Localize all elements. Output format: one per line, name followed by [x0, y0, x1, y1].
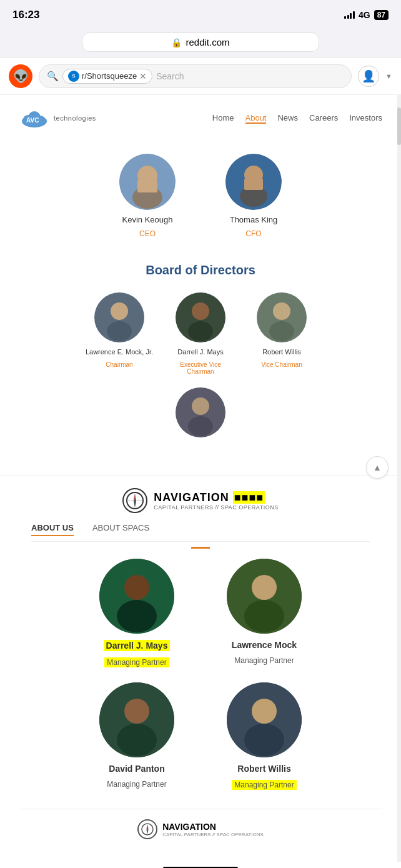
svg-marker-44 — [147, 824, 149, 829]
board-section: Board of Directors Lawrence E. Mock, Jr.… — [19, 257, 382, 456]
nav-darrell-role: Managing Partner — [104, 657, 169, 667]
avc-logo-svg: AVC — [19, 107, 50, 129]
search-box[interactable]: 🔍 S r/Shortsqueeze ✕ Search — [39, 64, 352, 88]
svg-point-33 — [117, 600, 157, 632]
board-darrell: Darrell J. Mays Executive Vice Chairman — [166, 292, 235, 375]
svg-rect-8 — [137, 180, 157, 192]
nav-robert-photo — [227, 682, 302, 757]
board-darrell-name: Darrell J. Mays — [177, 347, 223, 356]
reddit-logo[interactable]: 👽 — [9, 64, 32, 88]
board-member-4 — [166, 387, 235, 437]
user-icon[interactable]: 👤 — [358, 66, 379, 87]
nav-news[interactable]: News — [277, 113, 298, 124]
nav-darrell-photo — [99, 559, 174, 634]
nav-robert-role: Managing Partner — [232, 780, 296, 790]
subreddit-chip: S r/Shortsqueeze ✕ — [62, 69, 152, 84]
svg-text:AVC: AVC — [26, 117, 39, 124]
executive-thomas: Thomas King CFO — [225, 154, 282, 238]
board-lawrence-role: Chairman — [106, 361, 132, 368]
nav-home[interactable]: Home — [212, 113, 234, 124]
navigation-team-grid: Darrell J. Mays Managing Partner Lawrenc… — [19, 559, 382, 809]
bottom-logo: NAVIGATION CAPITAL PARTNERS // SPAC OPER… — [19, 809, 382, 849]
nav-investors[interactable]: Investors — [349, 113, 382, 124]
thomas-photo — [225, 154, 282, 210]
nav-david-avatar — [99, 682, 174, 757]
avc-nav: AVC technologies Home About News Careers… — [19, 107, 382, 129]
avc-nav-links: Home About News Careers Investors — [212, 113, 382, 124]
nav-lawrence-photo — [227, 559, 302, 634]
bottom-logo-sub: CAPITAL PARTNERS // SPAC OPERATIONS — [162, 832, 264, 837]
board-lawrence: Lawrence E. Mock, Jr. Chairman — [85, 292, 154, 375]
tab-divider — [191, 547, 210, 549]
compass-svg — [126, 491, 144, 510]
tabs-row: ABOUT US ABOUT SPACS — [31, 523, 370, 542]
svg-point-21 — [269, 321, 294, 341]
search-placeholder-text: Search — [156, 71, 184, 81]
tab-about-spacs[interactable]: ABOUT SPACS — [92, 523, 149, 536]
user-avatar-icon: 👤 — [362, 69, 375, 83]
nav-david: David Panton Managing Partner — [81, 682, 193, 790]
board-grid: Lawrence E. Mock, Jr. Chairman Darrell J… — [31, 292, 370, 375]
svg-point-42 — [244, 724, 284, 756]
bottom-logo-text-block: NAVIGATION CAPITAL PARTNERS // SPAC OPER… — [162, 822, 264, 837]
nav-capital-sub-label: CAPITAL PARTNERS // SPAC OPERATIONS — [154, 504, 278, 511]
nav-darrell-avatar — [99, 559, 174, 634]
battery-indicator: 87 — [374, 10, 389, 20]
thomas-avatar — [225, 154, 282, 210]
nav-careers[interactable]: Careers — [309, 113, 338, 124]
nav-darrell: Darrell J. Mays Managing Partner — [81, 559, 193, 667]
scrollbar-thumb[interactable] — [397, 107, 401, 145]
svg-rect-12 — [244, 179, 263, 190]
url-bar[interactable]: 🔒 reddit.com — [82, 32, 319, 52]
svg-point-46 — [147, 829, 149, 831]
compass-icon — [122, 488, 147, 513]
executive-team: Kevin Keough CEO Thomas King CFO — [19, 147, 382, 257]
chip-close-icon[interactable]: ✕ — [139, 71, 147, 81]
status-time: 16:23 — [12, 9, 39, 21]
nav-david-photo — [99, 682, 174, 757]
svg-point-20 — [273, 302, 290, 320]
executive-kevin: Kevin Keough CEO — [119, 154, 176, 238]
main-content: AVC technologies Home About News Careers… — [0, 95, 401, 862]
svg-marker-45 — [147, 830, 149, 834]
svg-point-38 — [124, 699, 149, 724]
svg-point-18 — [188, 321, 213, 341]
avc-section: AVC technologies Home About News Careers… — [0, 95, 401, 475]
lock-icon: 🔒 — [171, 37, 182, 47]
tab-about-us[interactable]: ABOUT US — [31, 523, 74, 536]
board-row-2 — [31, 387, 370, 437]
nav-about[interactable]: About — [245, 113, 267, 124]
svg-point-35 — [252, 575, 277, 600]
board-robert-role: Vice Chairman — [261, 361, 302, 368]
subreddit-icon: S — [68, 71, 79, 82]
svg-point-39 — [117, 724, 157, 756]
board-robert: Robert Willis Vice Chairman — [247, 292, 316, 375]
nav-robert-avatar — [227, 682, 302, 757]
nav-capital-logo: NAVIGATION ■■■■ CAPITAL PARTNERS // SPAC… — [19, 488, 382, 513]
board-lawrence-name: Lawrence E. Mock, Jr. — [86, 347, 153, 356]
chevron-down-icon: ▼ — [385, 72, 392, 80]
svg-point-17 — [192, 302, 209, 320]
board-robert-name: Robert Willis — [262, 347, 301, 356]
kevin-title: CEO — [139, 229, 156, 238]
nav-david-role: Managing Partner — [107, 780, 166, 789]
nav-capital-main-label: NAVIGATION ■■■■ — [154, 491, 278, 504]
scrollbar-track — [397, 95, 401, 862]
nav-robert: Robert Willis Managing Partner — [208, 682, 320, 790]
nav-capital-tabs: ABOUT US ABOUT SPACS — [19, 523, 382, 549]
avc-logo-text: technologies — [54, 114, 96, 122]
nav-lawrence-role: Managing Partner — [234, 656, 294, 665]
subreddit-label: r/Shortsqueeze — [82, 71, 137, 81]
nav-darrell-name: Darrell J. Mays — [104, 640, 171, 651]
nav-lawrence: Lawrence Mock Managing Partner — [208, 559, 320, 667]
signal-bars-icon — [344, 11, 355, 19]
darrell-avatar — [176, 292, 225, 342]
nav-capital-text: NAVIGATION ■■■■ CAPITAL PARTNERS // SPAC… — [154, 491, 278, 511]
network-label: 4G — [359, 10, 370, 20]
status-bar: 16:23 4G 87 — [0, 0, 401, 27]
lawrence-avatar — [94, 292, 144, 342]
board-title: Board of Directors — [31, 263, 370, 277]
avc-logo: AVC technologies — [19, 107, 96, 129]
reddit-toolbar: 👽 🔍 S r/Shortsqueeze ✕ Search 👤 ▼ — [0, 57, 401, 95]
nav-lawrence-name: Lawrence Mock — [232, 640, 297, 650]
